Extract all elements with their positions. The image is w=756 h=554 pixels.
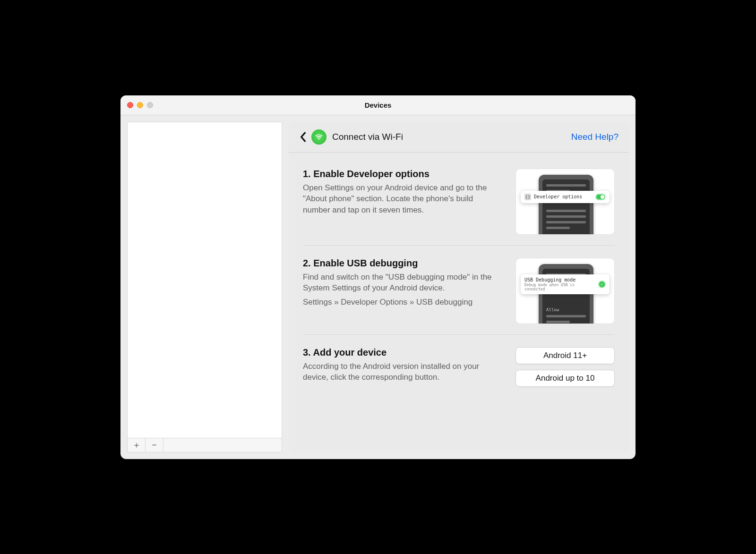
toggle-on-icon (595, 194, 606, 200)
step-1-desc: Open Settings on your Android device and… (303, 182, 502, 216)
check-icon: ✓ (598, 281, 606, 288)
back-button[interactable] (296, 130, 309, 144)
step-2-illustration: Allow USB Debugging mode Debug mode when… (515, 258, 615, 324)
device-sidebar: ＋ − (127, 122, 282, 452)
window-title: Devices (120, 101, 636, 109)
step-3: 3. Add your device According to the Andr… (303, 334, 615, 397)
devices-window: Devices ＋ − (120, 95, 636, 459)
overlay-label: USB Debugging mode Debug mode when USB i… (524, 277, 595, 291)
device-list (128, 122, 282, 438)
phone-illustration (539, 175, 593, 235)
overlay-title-text: USB Debugging mode (524, 277, 576, 282)
step-2-title: 2. Enable USB debugging (303, 258, 502, 269)
android-up-to-10-button[interactable]: Android up to 10 (515, 370, 615, 387)
minus-icon: − (152, 440, 157, 450)
chevron-left-icon (300, 132, 306, 142)
window-body: ＋ − Connect via Wi-Fi Need Help (120, 115, 636, 459)
step-1: 1. Enable Developer options Open Setting… (289, 156, 629, 245)
titlebar: Devices (120, 95, 636, 115)
steps-container: 1. Enable Developer options Open Setting… (289, 153, 629, 452)
panel-title: Connect via Wi-Fi (332, 132, 403, 142)
close-icon[interactable] (127, 102, 133, 108)
zoom-icon[interactable] (147, 102, 153, 108)
svg-point-0 (318, 139, 319, 140)
help-link[interactable]: Need Help? (571, 132, 619, 142)
step-3-title: 3. Add your device (303, 347, 502, 358)
step-2-text: 2. Enable USB debugging Find and switch … (303, 258, 502, 307)
dev-options-overlay: {} Developer options (521, 191, 610, 203)
remove-device-button[interactable]: − (146, 438, 163, 452)
add-device-button[interactable]: ＋ (128, 438, 146, 452)
traffic-lights (127, 95, 153, 115)
step-1-text: 1. Enable Developer options Open Setting… (303, 169, 502, 216)
minimize-icon[interactable] (137, 102, 143, 108)
sidebar-footer-spacer (163, 438, 282, 452)
overlay-label: Developer options (534, 194, 593, 199)
step-2-path: Settings » Developer Options » USB debug… (303, 298, 502, 307)
step-1-title: 1. Enable Developer options (303, 169, 502, 179)
wifi-icon (311, 129, 326, 145)
step-3-desc: According to the Android version install… (303, 361, 502, 384)
step-2: 2. Enable USB debugging Find and switch … (303, 245, 615, 334)
main-panel: Connect via Wi-Fi Need Help? 1. Enable D… (289, 122, 629, 452)
sidebar-footer: ＋ − (128, 438, 282, 452)
braces-icon: {} (524, 194, 531, 200)
allow-label: Allow (546, 307, 586, 312)
plus-icon: ＋ (132, 439, 141, 451)
step-1-illustration: {} Developer options (515, 169, 615, 235)
panel-header: Connect via Wi-Fi Need Help? (289, 122, 629, 153)
step-3-text: 3. Add your device According to the Andr… (303, 347, 502, 384)
usb-debug-overlay: USB Debugging mode Debug mode when USB i… (521, 274, 610, 294)
step-2-desc: Find and switch on the "USB debugging mo… (303, 272, 502, 294)
overlay-sub-text: Debug mode when USB is connected (524, 283, 595, 291)
android-version-buttons: Android 11+ Android up to 10 (515, 347, 615, 387)
android-11-plus-button[interactable]: Android 11+ (515, 347, 615, 364)
